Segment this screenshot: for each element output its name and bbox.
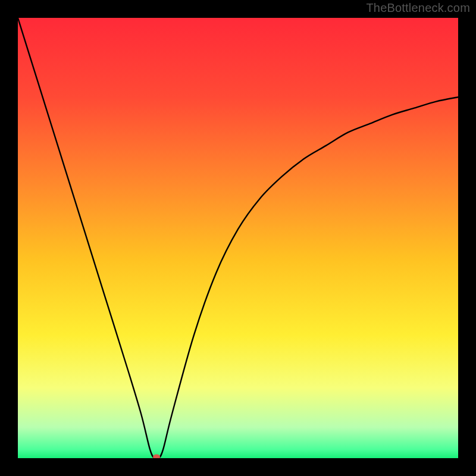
chart-frame: TheBottleneck.com	[0, 0, 476, 476]
bottleneck-chart	[18, 18, 458, 458]
chart-background	[18, 18, 458, 458]
attribution-label: TheBottleneck.com	[366, 1, 470, 15]
